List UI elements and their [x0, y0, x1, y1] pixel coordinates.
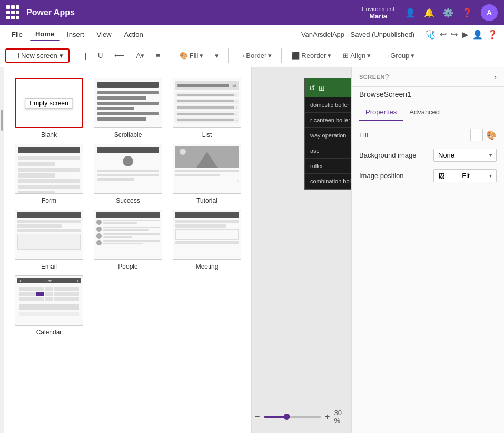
- refresh-icon: ↺: [309, 84, 315, 92]
- align-button[interactable]: ⊞ Align ▾: [339, 50, 375, 62]
- run-icons: 🩺 ↩ ↪ ▶ 👤 ❓: [425, 29, 498, 40]
- tab-properties[interactable]: Properties: [359, 104, 403, 121]
- image-icon: 🖼: [438, 172, 444, 180]
- list-item-1: domestic boiler ›: [305, 97, 351, 113]
- top-bar: Power Apps Environment Maria 👤 🔔 ⚙️ ❓ A: [0, 0, 504, 25]
- image-position-dropdown[interactable]: 🖼 Fit ▾: [433, 169, 497, 182]
- layout-icon: ⊞: [319, 84, 325, 92]
- toolbar-strikethrough-btn[interactable]: ⟵: [110, 50, 129, 62]
- list-item-4: ase ›: [305, 143, 351, 159]
- menu-action[interactable]: Action: [119, 28, 149, 41]
- new-screen-label: New screen: [21, 52, 57, 60]
- app-title: Power Apps: [26, 8, 75, 17]
- image-position-prop-row: Image position 🖼 Fit ▾: [359, 169, 497, 182]
- undo-icon[interactable]: ↩: [440, 29, 447, 40]
- avatar[interactable]: A: [481, 4, 498, 21]
- redo-icon[interactable]: ↪: [451, 29, 458, 40]
- new-screen-panel: Empty screen Blank Scr: [4, 67, 252, 433]
- expand-icon[interactable]: ›: [494, 73, 497, 81]
- preview-icons: ↺ ⊞: [309, 84, 325, 92]
- screen-label-scrollable: Scrollable: [114, 131, 142, 139]
- toolbar-font-btn[interactable]: A▾: [132, 50, 149, 62]
- screen-item-list[interactable]: ⊞ › › › › › List: [173, 78, 241, 139]
- fill-value: 🎨: [470, 129, 497, 141]
- menu-home[interactable]: Home: [30, 28, 60, 41]
- toolbar-separator-4: [281, 48, 282, 63]
- zoom-plus-icon[interactable]: +: [325, 412, 330, 421]
- screen-thumb-meeting: [173, 210, 241, 260]
- border-button[interactable]: ▭ Border ▾: [234, 50, 276, 62]
- list-item-5: roller ›: [305, 159, 351, 174]
- screen-item-tutorial[interactable]: › Tutorial: [173, 144, 241, 204]
- top-icons: 👤 🔔 ⚙️ ❓ A: [405, 4, 498, 21]
- screen-item-success[interactable]: Success: [94, 144, 162, 204]
- screen-item-people[interactable]: People: [94, 210, 162, 270]
- group-button[interactable]: ▭ Group ▾: [378, 50, 419, 62]
- play-icon[interactable]: ▶: [462, 29, 468, 40]
- env-label: Environment: [362, 6, 394, 12]
- chevron-more-btn[interactable]: ▾: [211, 50, 223, 62]
- screen-thumb-list: ⊞ › › › › ›: [173, 78, 241, 128]
- right-panel-tabs: Properties Advanced: [352, 104, 504, 121]
- side-indicator: [1, 110, 3, 131]
- chevron-down-icon: ▾: [60, 52, 63, 60]
- screen-grid: Empty screen Blank Scr: [15, 78, 241, 336]
- screen-item-meeting[interactable]: Meeting: [173, 210, 241, 270]
- new-screen-button[interactable]: New screen ▾: [5, 48, 70, 63]
- toolbar-separator-1: [75, 48, 75, 63]
- share-icon[interactable]: 👤: [472, 29, 483, 40]
- zoom-slider[interactable]: [264, 416, 321, 418]
- screen-thumb-icon: [12, 53, 19, 58]
- screen-thumb-form: [15, 144, 83, 194]
- screen-label-blank: Blank: [41, 131, 57, 139]
- background-image-value: None: [438, 151, 454, 159]
- menu-view[interactable]: View: [92, 28, 117, 41]
- zoom-slider-thumb: [283, 414, 290, 420]
- help2-icon[interactable]: ❓: [487, 29, 498, 40]
- screen-label-tutorial: Tutorial: [196, 197, 218, 204]
- bell-icon[interactable]: 🔔: [424, 8, 434, 18]
- screen-label-list: List: [202, 131, 212, 139]
- waffle-icon[interactable]: [6, 5, 21, 20]
- screen-item-scrollable[interactable]: Scrollable: [94, 78, 162, 139]
- canvas-area: ↺ ⊞ domestic boiler › r canteen boiler ›…: [252, 67, 351, 433]
- toolbar-divider-btn[interactable]: |: [81, 50, 91, 62]
- reorder-button[interactable]: ⬛ Reorder ▾: [287, 50, 335, 62]
- background-image-label: Background image: [359, 151, 416, 159]
- screen-item-form[interactable]: Form: [15, 144, 83, 204]
- dropdown-chevron-1: ▾: [489, 152, 492, 158]
- toolbar-separator-2: [170, 48, 170, 63]
- toolbar-align-btn[interactable]: ≡: [152, 50, 164, 62]
- screen-item-calendar[interactable]: ‹ Jan ›: [15, 275, 83, 336]
- environment-info: Environment Maria: [362, 6, 394, 20]
- tab-advanced[interactable]: Advanced: [403, 104, 446, 121]
- canvas-preview: ↺ ⊞ domestic boiler › r canteen boiler ›…: [304, 78, 351, 190]
- question-icon[interactable]: ?: [385, 73, 389, 81]
- image-position-value: Fit: [462, 172, 469, 180]
- toolbar: New screen ▾ | U ⟵ A▾ ≡ 🎨 Fill ▾ ▾ ▭ Bor…: [0, 44, 504, 67]
- help-icon[interactable]: ❓: [462, 8, 472, 18]
- fill-button[interactable]: 🎨 Fill ▾: [175, 50, 208, 62]
- screen-item-email[interactable]: Email: [15, 210, 83, 270]
- settings-icon[interactable]: ⚙️: [443, 8, 453, 18]
- paint-bucket-icon[interactable]: 🎨: [486, 130, 497, 140]
- zoom-minus-icon[interactable]: −: [255, 412, 260, 421]
- fill-prop-row: Fill 🎨: [359, 129, 497, 141]
- left-sidebar: [0, 67, 4, 433]
- fill-color-swatch[interactable]: [470, 129, 483, 141]
- menu-insert[interactable]: Insert: [62, 28, 90, 41]
- health-icon[interactable]: 🩺: [425, 29, 436, 40]
- screen-label-success: Success: [116, 197, 140, 204]
- menu-file[interactable]: File: [6, 28, 28, 41]
- screen-label-email: Email: [41, 263, 57, 270]
- dropdown-chevron-2: ▾: [489, 173, 492, 179]
- list-item-3: way operation ›: [305, 128, 351, 143]
- env-name: Maria: [369, 12, 387, 20]
- toolbar-underline-btn[interactable]: U: [94, 50, 107, 62]
- screen-label-meeting: Meeting: [196, 263, 219, 270]
- background-image-dropdown[interactable]: None ▾: [433, 149, 497, 162]
- fill-label: Fill: [359, 131, 368, 139]
- person-icon[interactable]: 👤: [405, 8, 416, 18]
- screen-item-blank[interactable]: Empty screen Blank: [15, 78, 83, 139]
- right-panel-body: Fill 🎨 Background image None ▾ Image pos…: [352, 121, 504, 197]
